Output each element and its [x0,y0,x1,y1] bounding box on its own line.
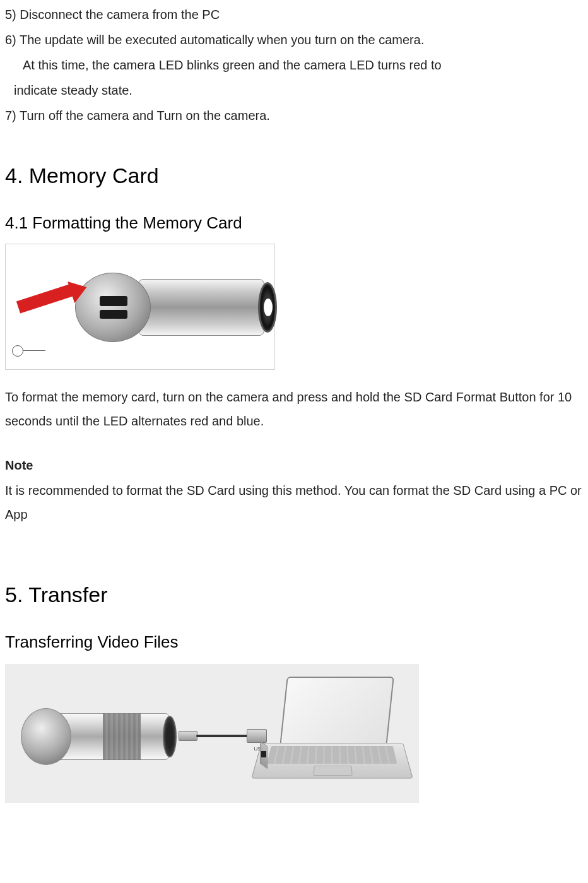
note-heading: Note [5,453,583,477]
step-6-line-2: At this time, the camera LED blinks gree… [5,53,583,77]
section-4-heading: 4. Memory Card [5,155,583,196]
pin-tool-icon [12,343,46,359]
step-5: 5) Disconnect the camera from the PC [5,3,583,27]
step-6-line-1: 6) The update will be executed automatic… [5,28,583,52]
camera-lens-icon [258,282,277,333]
camera-rear-cap-icon [75,273,151,342]
format-instructions: To format the memory card, turn on the c… [5,385,583,433]
camera-body-icon [138,279,264,336]
usb-cable-icon: USB [179,727,267,752]
step-7: 7) Turn off the camera and Turn on the c… [5,104,583,127]
figure-format-memory-card [5,244,275,370]
laptop-icon [261,677,406,790]
step-6-line-3: indicate steady state. [5,78,583,102]
figure-transfer-files: USB [5,664,419,803]
camera-illustration [75,273,271,342]
section-4-1-heading: 4.1 Formatting the Memory Card [5,208,583,239]
section-5-heading: 5. Transfer [5,574,583,615]
note-text: It is recommended to format the SD Card … [5,478,583,526]
camera-icon [21,708,179,765]
section-5-subheading: Transferring Video Files [5,627,583,658]
